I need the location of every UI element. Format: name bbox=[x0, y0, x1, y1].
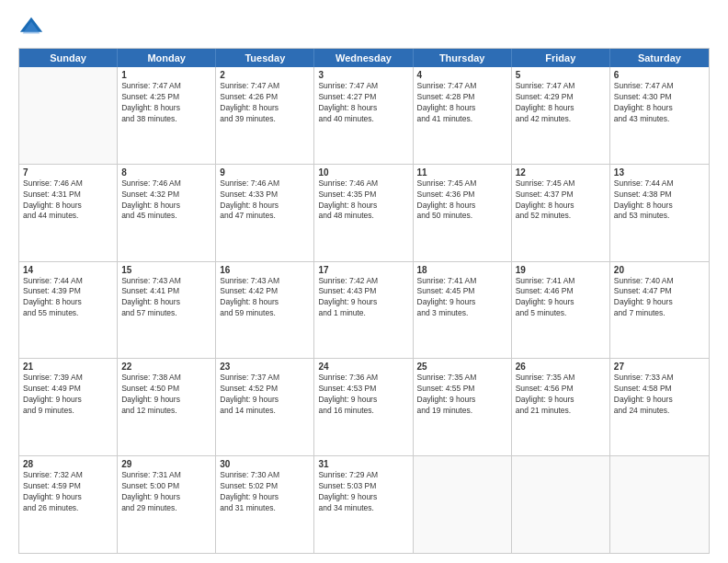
sunrise: Sunrise: 7:45 AM bbox=[417, 178, 507, 190]
daylight-minutes: and 7 minutes. bbox=[614, 308, 705, 319]
calendar-cell bbox=[414, 456, 512, 553]
sunrise: Sunrise: 7:43 AM bbox=[121, 276, 211, 287]
daylight-hours: Daylight: 9 hours bbox=[23, 395, 113, 406]
sunset: Sunset: 5:02 PM bbox=[220, 481, 310, 492]
day-number: 12 bbox=[516, 167, 606, 178]
day-number: 26 bbox=[516, 362, 606, 372]
header-tuesday: Tuesday bbox=[216, 49, 314, 67]
day-number: 21 bbox=[23, 362, 113, 372]
header-saturday: Saturday bbox=[610, 49, 709, 67]
header-wednesday: Wednesday bbox=[314, 49, 413, 67]
sunset: Sunset: 4:46 PM bbox=[516, 286, 606, 297]
sunrise: Sunrise: 7:45 AM bbox=[516, 178, 606, 190]
sunrise: Sunrise: 7:47 AM bbox=[417, 81, 507, 92]
sunset: Sunset: 4:59 PM bbox=[23, 481, 113, 492]
sunset: Sunset: 4:53 PM bbox=[318, 384, 408, 395]
sunset: Sunset: 4:30 PM bbox=[614, 92, 705, 103]
daylight-hours: Daylight: 9 hours bbox=[614, 297, 705, 308]
day-number: 16 bbox=[220, 265, 310, 275]
daylight-minutes: and 42 minutes. bbox=[516, 114, 606, 125]
calendar-header: Sunday Monday Tuesday Wednesday Thursday… bbox=[19, 49, 709, 67]
daylight-hours: Daylight: 8 hours bbox=[318, 201, 408, 212]
day-number: 10 bbox=[318, 167, 408, 178]
daylight-minutes: and 39 minutes. bbox=[220, 114, 310, 125]
sunset: Sunset: 4:52 PM bbox=[220, 384, 310, 395]
daylight-hours: Daylight: 8 hours bbox=[121, 103, 211, 114]
day-number: 5 bbox=[516, 70, 606, 80]
sunrise: Sunrise: 7:36 AM bbox=[318, 373, 408, 384]
calendar-cell: 28Sunrise: 7:32 AMSunset: 4:59 PMDayligh… bbox=[19, 456, 118, 553]
daylight-hours: Daylight: 8 hours bbox=[614, 103, 705, 114]
calendar-cell: 23Sunrise: 7:37 AMSunset: 4:52 PMDayligh… bbox=[216, 359, 314, 455]
sunrise: Sunrise: 7:29 AM bbox=[318, 470, 408, 481]
calendar-cell: 14Sunrise: 7:44 AMSunset: 4:39 PMDayligh… bbox=[19, 262, 118, 359]
daylight-minutes: and 19 minutes. bbox=[417, 406, 507, 417]
calendar: Sunday Monday Tuesday Wednesday Thursday… bbox=[18, 48, 710, 554]
sunrise: Sunrise: 7:47 AM bbox=[121, 81, 211, 92]
sunset: Sunset: 4:27 PM bbox=[318, 92, 408, 103]
daylight-minutes: and 48 minutes. bbox=[318, 211, 408, 222]
sunrise: Sunrise: 7:46 AM bbox=[220, 178, 310, 190]
daylight-minutes: and 59 minutes. bbox=[220, 308, 310, 319]
calendar-cell: 12Sunrise: 7:45 AMSunset: 4:37 PMDayligh… bbox=[512, 165, 610, 261]
sunset: Sunset: 4:25 PM bbox=[121, 92, 211, 103]
day-number: 29 bbox=[121, 459, 211, 469]
sunset: Sunset: 4:29 PM bbox=[516, 92, 606, 103]
daylight-minutes: and 29 minutes. bbox=[121, 503, 211, 514]
logo-icon bbox=[18, 15, 44, 40]
sunrise: Sunrise: 7:40 AM bbox=[614, 276, 705, 287]
daylight-minutes: and 40 minutes. bbox=[318, 114, 408, 125]
header-friday: Friday bbox=[512, 49, 610, 67]
sunset: Sunset: 4:56 PM bbox=[516, 384, 606, 395]
calendar-cell: 31Sunrise: 7:29 AMSunset: 5:03 PMDayligh… bbox=[314, 456, 413, 553]
calendar-cell: 2Sunrise: 7:47 AMSunset: 4:26 PMDaylight… bbox=[216, 67, 314, 164]
daylight-minutes: and 50 minutes. bbox=[417, 211, 507, 222]
daylight-minutes: and 24 minutes. bbox=[614, 406, 705, 417]
calendar-cell bbox=[512, 456, 610, 553]
sunrise: Sunrise: 7:30 AM bbox=[220, 470, 310, 481]
sunset: Sunset: 4:55 PM bbox=[417, 384, 507, 395]
sunrise: Sunrise: 7:44 AM bbox=[23, 276, 113, 287]
calendar-cell: 19Sunrise: 7:41 AMSunset: 4:46 PMDayligh… bbox=[512, 262, 610, 359]
sunrise: Sunrise: 7:33 AM bbox=[614, 373, 705, 384]
day-number: 27 bbox=[614, 362, 705, 372]
calendar-cell: 29Sunrise: 7:31 AMSunset: 5:00 PMDayligh… bbox=[118, 456, 216, 553]
daylight-hours: Daylight: 9 hours bbox=[220, 395, 310, 406]
calendar-week-3: 14Sunrise: 7:44 AMSunset: 4:39 PMDayligh… bbox=[19, 262, 709, 360]
daylight-hours: Daylight: 9 hours bbox=[417, 395, 507, 406]
daylight-hours: Daylight: 9 hours bbox=[318, 297, 408, 308]
sunrise: Sunrise: 7:37 AM bbox=[220, 373, 310, 384]
calendar-cell bbox=[610, 456, 709, 553]
calendar-cell: 17Sunrise: 7:42 AMSunset: 4:43 PMDayligh… bbox=[314, 262, 413, 359]
sunset: Sunset: 4:50 PM bbox=[121, 384, 211, 395]
daylight-hours: Daylight: 9 hours bbox=[121, 395, 211, 406]
sunset: Sunset: 4:47 PM bbox=[614, 286, 705, 297]
daylight-minutes: and 26 minutes. bbox=[23, 503, 113, 514]
calendar-cell: 10Sunrise: 7:46 AMSunset: 4:35 PMDayligh… bbox=[314, 165, 413, 261]
sunset: Sunset: 4:32 PM bbox=[121, 190, 211, 201]
calendar-week-4: 21Sunrise: 7:39 AMSunset: 4:49 PMDayligh… bbox=[19, 359, 709, 456]
calendar-cell: 20Sunrise: 7:40 AMSunset: 4:47 PMDayligh… bbox=[610, 262, 709, 359]
daylight-hours: Daylight: 8 hours bbox=[614, 201, 705, 212]
calendar-cell: 26Sunrise: 7:35 AMSunset: 4:56 PMDayligh… bbox=[512, 359, 610, 455]
day-number: 14 bbox=[23, 265, 113, 275]
header-monday: Monday bbox=[118, 49, 216, 67]
daylight-minutes: and 34 minutes. bbox=[318, 503, 408, 514]
sunset: Sunset: 4:38 PM bbox=[614, 190, 705, 201]
daylight-hours: Daylight: 9 hours bbox=[516, 297, 606, 308]
sunrise: Sunrise: 7:47 AM bbox=[220, 81, 310, 92]
sunrise: Sunrise: 7:38 AM bbox=[121, 373, 211, 384]
sunrise: Sunrise: 7:47 AM bbox=[318, 81, 408, 92]
daylight-hours: Daylight: 9 hours bbox=[220, 492, 310, 503]
day-number: 23 bbox=[220, 362, 310, 372]
calendar-cell: 13Sunrise: 7:44 AMSunset: 4:38 PMDayligh… bbox=[610, 165, 709, 261]
sunset: Sunset: 4:28 PM bbox=[417, 92, 507, 103]
day-number: 2 bbox=[220, 70, 310, 80]
calendar-cell: 7Sunrise: 7:46 AMSunset: 4:31 PMDaylight… bbox=[19, 165, 118, 261]
daylight-minutes: and 31 minutes. bbox=[220, 503, 310, 514]
sunset: Sunset: 4:58 PM bbox=[614, 384, 705, 395]
calendar-cell: 30Sunrise: 7:30 AMSunset: 5:02 PMDayligh… bbox=[216, 456, 314, 553]
calendar-week-5: 28Sunrise: 7:32 AMSunset: 4:59 PMDayligh… bbox=[19, 456, 709, 553]
logo bbox=[18, 15, 48, 40]
daylight-minutes: and 3 minutes. bbox=[417, 308, 507, 319]
